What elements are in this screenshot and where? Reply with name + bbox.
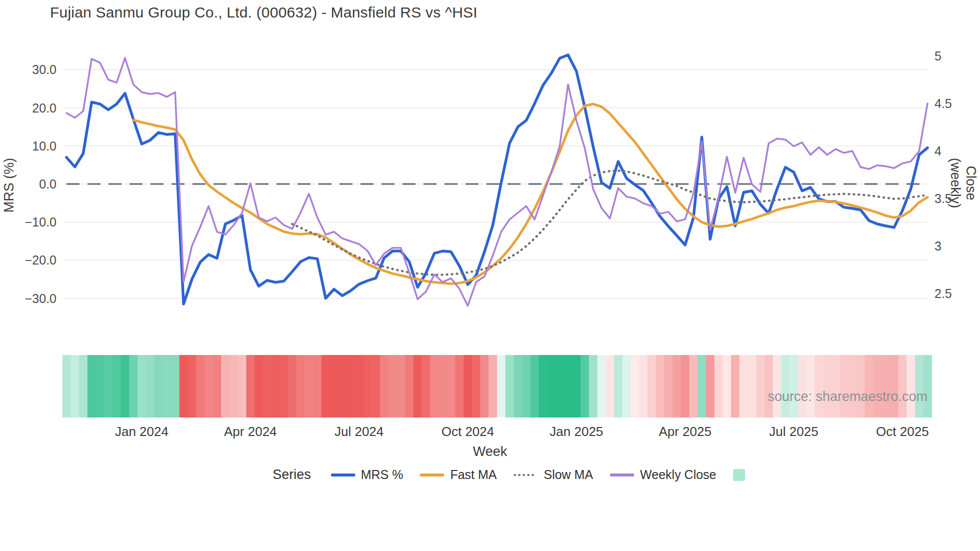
heatmap-week-cell[interactable] bbox=[238, 355, 246, 418]
heatmap-week-cell[interactable] bbox=[714, 355, 723, 418]
legend-item-mrs[interactable]: MRS % bbox=[331, 468, 404, 482]
heatmap-week-cell[interactable] bbox=[180, 355, 188, 418]
heatmap-week-cell[interactable] bbox=[530, 355, 539, 418]
heatmap-week-cell[interactable] bbox=[731, 355, 740, 418]
heatmap-week-cell[interactable] bbox=[656, 355, 664, 418]
heatmap-week-cell[interactable] bbox=[664, 355, 672, 418]
heatmap-week-cell[interactable] bbox=[539, 355, 548, 418]
heatmap-week-cell[interactable] bbox=[88, 355, 96, 418]
heatmap-week-cell[interactable] bbox=[430, 355, 438, 418]
heatmap-week-cell[interactable] bbox=[832, 355, 840, 418]
heatmap-week-cell[interactable] bbox=[171, 355, 180, 418]
heatmap-week-cell[interactable] bbox=[672, 355, 681, 418]
heatmap-week-cell[interactable] bbox=[848, 355, 856, 418]
heatmap-week-cell[interactable] bbox=[296, 355, 305, 418]
heatmap-week-cell[interactable] bbox=[472, 355, 480, 418]
heatmap-week-cell[interactable] bbox=[497, 355, 506, 418]
heatmap-week-cell[interactable] bbox=[924, 355, 932, 418]
heatmap-week-cell[interactable] bbox=[514, 355, 522, 418]
heatmap-week-cell[interactable] bbox=[580, 355, 589, 418]
heatmap-week-cell[interactable] bbox=[288, 355, 296, 418]
heatmap-week-cell[interactable] bbox=[556, 355, 564, 418]
heatmap-week-cell[interactable] bbox=[614, 355, 622, 418]
heatmap-week-cell[interactable] bbox=[648, 355, 656, 418]
heatmap-week-cell[interactable] bbox=[840, 355, 848, 418]
heatmap-week-cell[interactable] bbox=[96, 355, 104, 418]
heatmap-week-cell[interactable] bbox=[438, 355, 447, 418]
heatmap-week-cell[interactable] bbox=[681, 355, 690, 418]
legend-item-weekly-close[interactable]: Weekly Close bbox=[610, 468, 716, 482]
heatmap-week-cell[interactable] bbox=[188, 355, 196, 418]
heatmap-week-cell[interactable] bbox=[882, 355, 890, 418]
heatmap-week-cell[interactable] bbox=[639, 355, 648, 418]
heatmap-week-cell[interactable] bbox=[313, 355, 322, 418]
heatmap-week-cell[interactable] bbox=[764, 355, 773, 418]
heatmap-week-cell[interactable] bbox=[330, 355, 338, 418]
heatmap-week-cell[interactable] bbox=[622, 355, 631, 418]
heatmap-week-cell[interactable] bbox=[606, 355, 614, 418]
heatmap-week-cell[interactable] bbox=[722, 355, 731, 418]
heatmap-week-cell[interactable] bbox=[364, 355, 372, 418]
heatmap-week-cell[interactable] bbox=[522, 355, 530, 418]
heatmap-week-cell[interactable] bbox=[422, 355, 430, 418]
heatmap-week-cell[interactable] bbox=[589, 355, 598, 418]
heatmap-week-cell[interactable] bbox=[154, 355, 163, 418]
heatmap-week-cell[interactable] bbox=[773, 355, 782, 418]
heatmap-week-cell[interactable] bbox=[781, 355, 790, 418]
heatmap-week-cell[interactable] bbox=[455, 355, 464, 418]
heatmap-week-cell[interactable] bbox=[230, 355, 238, 418]
heatmap-week-cell[interactable] bbox=[698, 355, 706, 418]
heatmap-week-cell[interactable] bbox=[756, 355, 764, 418]
heatmap-week-cell[interactable] bbox=[790, 355, 798, 418]
heatmap-week-cell[interactable] bbox=[865, 355, 874, 418]
heatmap-week-cell[interactable] bbox=[138, 355, 146, 418]
heatmap-week-cell[interactable] bbox=[598, 355, 606, 418]
heatmap-week-cell[interactable] bbox=[121, 355, 130, 418]
heatmap-week-cell[interactable] bbox=[823, 355, 832, 418]
heatmap-week-cell[interactable] bbox=[856, 355, 865, 418]
heatmap-week-cell[interactable] bbox=[70, 355, 79, 418]
heatmap-week-cell[interactable] bbox=[414, 355, 422, 418]
heatmap-week-cell[interactable] bbox=[806, 355, 815, 418]
heatmap-week-cell[interactable] bbox=[112, 355, 121, 418]
heatmap-week-cell[interactable] bbox=[396, 355, 405, 418]
heatmap-week-cell[interactable] bbox=[304, 355, 313, 418]
heatmap-week-cell[interactable] bbox=[221, 355, 230, 418]
heatmap-week-cell[interactable] bbox=[129, 355, 138, 418]
heatmap-week-cell[interactable] bbox=[322, 355, 330, 418]
heatmap-week-cell[interactable] bbox=[798, 355, 806, 418]
heatmap-week-cell[interactable] bbox=[630, 355, 639, 418]
heatmap-week-cell[interactable] bbox=[338, 355, 346, 418]
heatmap-week-cell[interactable] bbox=[488, 355, 497, 418]
heatmap-week-cell[interactable] bbox=[898, 355, 906, 418]
heatmap-week-cell[interactable] bbox=[890, 355, 898, 418]
heatmap-week-cell[interactable] bbox=[146, 355, 154, 418]
heatmap-week-cell[interactable] bbox=[272, 355, 280, 418]
heatmap-week-cell[interactable] bbox=[547, 355, 556, 418]
heatmap-week-cell[interactable] bbox=[162, 355, 171, 418]
heatmap-week-cell[interactable] bbox=[246, 355, 254, 418]
heatmap-week-cell[interactable] bbox=[213, 355, 222, 418]
heatmap-week-cell[interactable] bbox=[388, 355, 397, 418]
heatmap-week-cell[interactable] bbox=[447, 355, 456, 418]
heatmap-week-cell[interactable] bbox=[263, 355, 272, 418]
heatmap-week-cell[interactable] bbox=[706, 355, 714, 418]
heatmap-swatch-icon[interactable] bbox=[733, 469, 745, 481]
heatmap-week-cell[interactable] bbox=[873, 355, 882, 418]
heatmap-week-cell[interactable] bbox=[380, 355, 388, 418]
legend-item-fast-ma[interactable]: Fast MA bbox=[420, 468, 496, 482]
heatmap-week-cell[interactable] bbox=[572, 355, 580, 418]
heatmap-week-cell[interactable] bbox=[62, 355, 71, 418]
heatmap-week-cell[interactable] bbox=[564, 355, 572, 418]
heatmap-week-cell[interactable] bbox=[906, 355, 915, 418]
heatmap-week-cell[interactable] bbox=[104, 355, 112, 418]
heatmap-week-cell[interactable] bbox=[814, 355, 823, 418]
heatmap-week-cell[interactable] bbox=[740, 355, 748, 418]
heatmap-week-cell[interactable] bbox=[79, 355, 88, 418]
heatmap-week-cell[interactable] bbox=[405, 355, 414, 418]
heatmap-week-cell[interactable] bbox=[915, 355, 924, 418]
heatmap-week-cell[interactable] bbox=[748, 355, 756, 418]
heatmap-week-cell[interactable] bbox=[346, 355, 355, 418]
heatmap-week-cell[interactable] bbox=[480, 355, 489, 418]
heatmap-week-cell[interactable] bbox=[254, 355, 263, 418]
